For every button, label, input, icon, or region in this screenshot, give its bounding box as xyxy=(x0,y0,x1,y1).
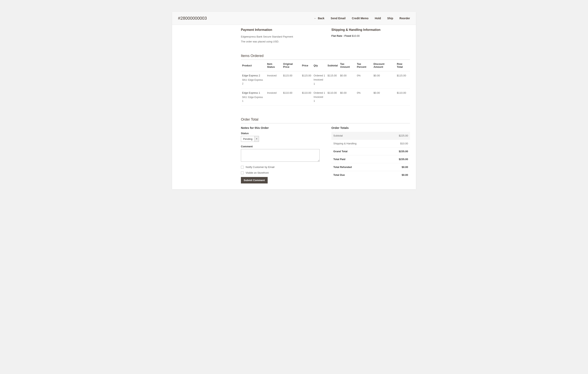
payment-shipping-row: Payment Information Edgeexpress Bank Sec… xyxy=(241,28,410,44)
cell-tax-percent: 0% xyxy=(356,71,372,88)
shipping-heading: Shipping & Handling Information xyxy=(331,28,410,32)
status-label: Status xyxy=(241,132,320,135)
visible-label: Visible on Storefront xyxy=(246,171,269,174)
total-due-label: Total Due xyxy=(331,171,384,179)
notes-heading: Notes for this Order xyxy=(241,126,320,130)
notify-checkbox-row[interactable]: Notify Customer by Email xyxy=(241,166,320,169)
visible-checkbox-row[interactable]: Visible on Storefront xyxy=(241,171,320,174)
ship-button[interactable]: Ship xyxy=(387,17,393,20)
product-name: Edge Express 1 xyxy=(242,91,265,95)
items-table: Product Item Status Original Price Price… xyxy=(241,60,410,106)
status-select[interactable]: Pending ▼ xyxy=(241,136,259,142)
payment-heading: Payment Information xyxy=(241,28,320,32)
qty-ordered: Ordered 1 xyxy=(314,91,325,95)
arrow-left-icon: ← xyxy=(314,17,317,20)
total-refunded-label: Total Refunded xyxy=(331,163,384,171)
totals-row-total-due: Total Due $0.00 xyxy=(331,171,410,179)
cell-qty: Ordered 1 Invoiced 1 xyxy=(313,88,326,105)
topbar: #28000000003 ← Back Send Email Credit Me… xyxy=(172,12,416,25)
table-row: Edge Express 1 SKU: Edge Express 1 Invoi… xyxy=(241,88,410,105)
total-paid-value: $235.00 xyxy=(384,155,410,163)
items-ordered-heading: Items Ordered xyxy=(241,54,410,60)
submit-comment-button[interactable]: Submit Comment xyxy=(241,177,268,183)
cell-status: Invoiced xyxy=(266,88,282,105)
product-name: Edge Express 2 xyxy=(242,74,265,78)
notes-column: Notes for this Order Status Pending ▼ Co… xyxy=(241,123,320,183)
shipping-label: Flat Rate - Fixed xyxy=(331,34,351,37)
back-label: Back xyxy=(318,17,324,20)
totals-row-subtotal: Subtotal $225.00 xyxy=(331,132,410,140)
qty-invoiced: Invoiced 1 xyxy=(314,78,325,86)
totals-column: Order Totals Subtotal $225.00 Shipping &… xyxy=(331,123,410,183)
cell-qty: Ordered 1 Invoiced 1 xyxy=(313,71,326,88)
col-discount-amount: Discount Amount xyxy=(372,60,396,71)
content-inner: Payment Information Edgeexpress Bank Sec… xyxy=(241,28,410,183)
cell-row-total: $110.00 xyxy=(396,88,410,105)
sku-label: SKU: xyxy=(242,79,248,81)
qty-ordered: Ordered 1 xyxy=(314,74,325,78)
col-item-status: Item Status xyxy=(266,60,282,71)
cell-discount: $0.00 xyxy=(372,71,396,88)
totals-row-total-refunded: Total Refunded $0.00 xyxy=(331,163,410,171)
col-product: Product xyxy=(241,60,266,71)
shipping-amount: $10.00 xyxy=(352,34,360,37)
cell-price: $110.00 xyxy=(301,88,313,105)
payment-info: Payment Information Edgeexpress Bank Sec… xyxy=(241,28,320,44)
cell-row-total: $115.00 xyxy=(396,71,410,88)
cell-subtotal: $110.00 xyxy=(326,88,339,105)
shipping-value: $10.00 xyxy=(384,140,410,148)
product-sku: SKU: Edge Express 2 xyxy=(242,78,265,86)
payment-currency-note: The order was placed using USD. xyxy=(241,39,320,44)
status-value: Pending xyxy=(241,136,254,142)
col-price: Price xyxy=(301,60,313,71)
cell-status: Invoiced xyxy=(266,71,282,88)
payment-method: Edgeexpress Bank Secure Standard Payment xyxy=(241,34,320,39)
cell-subtotal: $115.00 xyxy=(326,71,339,88)
checkbox-icon xyxy=(241,166,244,169)
action-bar: ← Back Send Email Credit Memo Hold Ship … xyxy=(314,17,410,20)
grand-total-label: Grand Total xyxy=(331,148,384,155)
totals-row-shipping: Shipping & Handling $10.00 xyxy=(331,140,410,148)
content: Payment Information Edgeexpress Bank Sec… xyxy=(172,25,416,189)
notify-label: Notify Customer by Email xyxy=(246,166,274,169)
comment-label: Comment xyxy=(241,145,320,148)
cell-tax-percent: 0% xyxy=(356,88,372,105)
order-total-heading: Order Total xyxy=(241,117,410,123)
qty-invoiced: Invoiced 1 xyxy=(314,95,325,103)
cell-original-price: $110.00 xyxy=(282,88,301,105)
order-totals-heading: Order Totals xyxy=(331,126,410,130)
subtotal-label: Subtotal xyxy=(331,132,384,140)
order-total-row: Notes for this Order Status Pending ▼ Co… xyxy=(241,123,410,183)
shipping-label: Shipping & Handling xyxy=(331,140,384,148)
cell-tax-amount: $0.00 xyxy=(339,88,356,105)
col-tax-percent: Tax Percent xyxy=(356,60,372,71)
product-sku: SKU: Edge Express 1 xyxy=(242,95,265,103)
shipping-info: Shipping & Handling Information Flat Rat… xyxy=(331,28,410,44)
cell-discount: $0.00 xyxy=(372,88,396,105)
credit-memo-button[interactable]: Credit Memo xyxy=(352,17,368,20)
send-email-button[interactable]: Send Email xyxy=(331,17,346,20)
subtotal-value: $225.00 xyxy=(384,132,410,140)
col-original-price: Original Price xyxy=(282,60,301,71)
totals-row-grand-total: Grand Total $235.00 xyxy=(331,148,410,155)
cell-original-price: $115.00 xyxy=(282,71,301,88)
sku-label: SKU: xyxy=(242,96,248,99)
col-tax-amount: Tax Amount xyxy=(339,60,356,71)
items-header-row: Product Item Status Original Price Price… xyxy=(241,60,410,71)
order-view-panel: #28000000003 ← Back Send Email Credit Me… xyxy=(172,12,416,189)
order-totals-table: Subtotal $225.00 Shipping & Handling $10… xyxy=(331,132,410,179)
totals-row-total-paid: Total Paid $235.00 xyxy=(331,155,410,163)
total-due-value: $0.00 xyxy=(384,171,410,179)
grand-total-value: $235.00 xyxy=(384,148,410,155)
checkbox-icon xyxy=(241,172,244,174)
chevron-down-icon: ▼ xyxy=(254,136,259,142)
comment-textarea[interactable] xyxy=(241,149,320,162)
col-row-total: Row Total xyxy=(396,60,410,71)
cell-tax-amount: $0.00 xyxy=(339,71,356,88)
order-id: #28000000003 xyxy=(178,16,207,21)
col-subtotal: Subtotal xyxy=(326,60,339,71)
back-button[interactable]: ← Back xyxy=(314,17,324,20)
reorder-button[interactable]: Reorder xyxy=(399,17,410,20)
hold-button[interactable]: Hold xyxy=(375,17,381,20)
total-paid-label: Total Paid xyxy=(331,155,384,163)
